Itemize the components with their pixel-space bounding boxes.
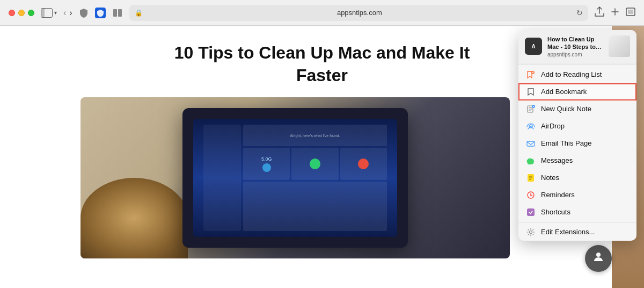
svg-rect-29 <box>527 208 535 216</box>
browser-chrome: ▾ ‹ › 🔒 appsntips.com ↻ <box>0 0 644 26</box>
divider-before-extensions <box>518 222 636 222</box>
menu-item-email-this-page[interactable]: Email This Page <box>518 135 636 152</box>
url-display: appsntips.com <box>146 9 573 17</box>
menu-item-messages[interactable]: Messages <box>518 152 636 169</box>
bowl-decoration <box>80 178 188 258</box>
screen-cards-row: 5.0G <box>243 148 387 180</box>
profile-button[interactable] <box>585 245 612 272</box>
sidebar-toggle[interactable]: ▾ <box>41 8 57 18</box>
menu-item-shortcuts[interactable]: Shortcuts <box>518 204 636 221</box>
airdrop-icon <box>526 121 536 131</box>
screen-card-top: Alright, here's what I've found. <box>243 125 387 146</box>
article-title: 10 Tips to Clean Up Mac and Make It Fast… <box>161 42 483 87</box>
messages-icon <box>526 156 536 165</box>
new-quick-note-icon <box>526 104 536 114</box>
screen-card-1: 5.0G <box>243 148 290 180</box>
svg-rect-21 <box>527 141 535 146</box>
menu-item-reminders[interactable]: Reminders <box>518 186 636 204</box>
edit-extensions-icon <box>526 227 536 237</box>
reload-button[interactable]: ↻ <box>576 9 583 17</box>
article-hero-image: Alright, here's what I've found. 5.0G <box>80 97 510 258</box>
svg-text:A: A <box>531 44 535 49</box>
new-tab-button[interactable] <box>611 8 619 18</box>
bitwarden-icon[interactable] <box>95 8 106 18</box>
nav-arrows: ‹ › <box>63 8 72 18</box>
traffic-lights <box>9 10 34 16</box>
menu-item-label-new-quick-note: New Quick Note <box>541 105 591 113</box>
menu-item-label-email-this-page: Email This Page <box>541 139 591 147</box>
site-title: How to Clean Up Mac - 10 Steps to Clean … <box>547 35 603 51</box>
site-info: How to Clean Up Mac - 10 Steps to Clean … <box>547 35 603 57</box>
menu-item-add-bookmark[interactable]: Add Bookmark <box>518 83 636 100</box>
email-this-page-icon <box>526 139 536 148</box>
menu-item-add-reading-list[interactable]: Add to Reading List <box>518 66 636 83</box>
dropdown-header: A How to Clean Up Mac - 10 Steps to Clea… <box>518 30 636 63</box>
shortcuts-icon <box>526 207 536 217</box>
reminders-icon <box>526 190 536 200</box>
menu-item-label-shortcuts: Shortcuts <box>541 208 570 216</box>
notes-icon <box>526 173 536 183</box>
sidebar-chevron-icon: ▾ <box>54 10 57 16</box>
screen-card-2 <box>291 148 338 180</box>
minimize-button[interactable] <box>18 10 25 16</box>
reader-mode-icon[interactable] <box>112 8 123 18</box>
screen-card-bottom <box>243 182 387 231</box>
divider-1 <box>518 64 636 65</box>
menu-item-new-quick-note[interactable]: New Quick Note <box>518 100 636 118</box>
menu-item-label-add-reading-list: Add to Reading List <box>541 70 602 78</box>
svg-rect-1 <box>118 9 122 17</box>
menu-item-edit-extensions[interactable]: Edit Extensions... <box>518 224 636 241</box>
menu-item-airdrop[interactable]: AirDrop <box>518 118 636 135</box>
menu-item-label-reminders: Reminders <box>541 191 575 199</box>
site-thumbnail <box>609 35 630 57</box>
menu-item-label-edit-extensions: Edit Extensions... <box>541 228 595 236</box>
menu-item-label-add-bookmark: Add Bookmark <box>541 88 587 96</box>
add-bookmark-icon <box>526 87 536 97</box>
forward-button[interactable]: › <box>69 8 72 18</box>
screen-sidebar <box>203 125 241 231</box>
add-reading-list-icon <box>526 70 536 80</box>
profile-icon <box>592 250 605 267</box>
share-dropdown-menu: A How to Clean Up Mac - 10 Steps to Clea… <box>518 30 636 241</box>
svg-point-30 <box>530 231 532 233</box>
laptop-mockup: Alright, here's what I've found. 5.0G <box>182 108 408 248</box>
menu-item-label-notes: Notes <box>541 174 559 182</box>
tab-overview-button[interactable] <box>626 8 635 18</box>
site-favicon: A <box>525 38 542 55</box>
svg-rect-0 <box>113 9 117 17</box>
screen-card-3 <box>340 148 387 180</box>
page-content: 10 Tips to Clean Up Mac and Make It Fast… <box>0 26 644 288</box>
close-button[interactable] <box>9 10 15 16</box>
privacy-shield-icon[interactable] <box>79 8 89 18</box>
lock-icon: 🔒 <box>135 9 143 17</box>
site-url: appsntips.com <box>547 52 603 57</box>
maximize-button[interactable] <box>28 10 34 16</box>
menu-item-label-messages: Messages <box>541 156 573 164</box>
address-bar[interactable]: 🔒 appsntips.com ↻ <box>129 5 588 21</box>
back-button[interactable]: ‹ <box>63 8 66 18</box>
menu-item-label-airdrop: AirDrop <box>541 122 565 130</box>
menu-item-notes[interactable]: Notes <box>518 169 636 186</box>
svg-rect-5 <box>628 10 633 14</box>
laptop-screen: Alright, here's what I've found. 5.0G <box>193 119 397 237</box>
toolbar-right <box>595 6 635 19</box>
share-button[interactable] <box>595 6 604 19</box>
svg-point-6 <box>596 253 601 257</box>
screen-main: Alright, here's what I've found. 5.0G <box>243 125 387 231</box>
